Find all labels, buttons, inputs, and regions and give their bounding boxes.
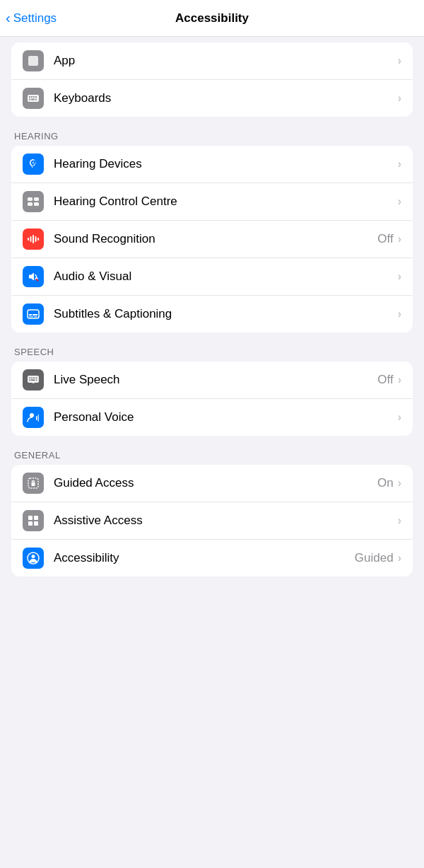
- list-item[interactable]: Sound Recognition Off ›: [11, 221, 413, 258]
- guided-access-value: On: [377, 476, 394, 490]
- chevron-right-icon: ›: [398, 195, 401, 208]
- list-item[interactable]: Assistive Access ›: [11, 502, 413, 540]
- svg-rect-44: [34, 521, 38, 526]
- svg-rect-6: [29, 99, 30, 100]
- svg-rect-29: [31, 378, 33, 379]
- subtitles-captioning-label: Subtitles & Captioning: [54, 307, 398, 321]
- general-section: GENERAL Guided Access On ›: [0, 450, 424, 577]
- hearing-group: Hearing Devices › Hearing Control Centre…: [11, 146, 413, 332]
- speech-group: Live Speech Off › Personal Voice ›: [11, 361, 413, 436]
- svg-rect-38: [38, 415, 40, 422]
- svg-rect-32: [36, 378, 37, 379]
- personal-voice-icon: [23, 407, 44, 428]
- svg-rect-31: [35, 378, 36, 379]
- live-speech-value: Off: [377, 373, 393, 387]
- svg-rect-35: [36, 380, 37, 381]
- svg-rect-18: [37, 238, 39, 241]
- svg-rect-4: [33, 96, 35, 98]
- chevron-right-icon: ›: [398, 308, 401, 320]
- svg-rect-27: [28, 376, 39, 383]
- list-item[interactable]: Accessibility Guided ›: [11, 540, 413, 577]
- svg-rect-17: [35, 236, 37, 242]
- svg-point-36: [30, 413, 34, 417]
- svg-rect-2: [29, 96, 30, 98]
- accessibility-shortcut-value: Guided: [355, 551, 394, 565]
- assistive-access-icon: [23, 510, 44, 531]
- keyboard-svg: [26, 91, 40, 105]
- svg-rect-43: [28, 521, 33, 526]
- back-label: Settings: [13, 11, 57, 25]
- list-item[interactable]: Guided Access On ›: [11, 465, 413, 502]
- list-item[interactable]: Hearing Devices ›: [11, 146, 413, 183]
- svg-rect-28: [29, 378, 30, 379]
- live-speech-label: Live Speech: [54, 373, 377, 387]
- svg-rect-5: [35, 96, 37, 98]
- svg-rect-3: [31, 96, 33, 98]
- svg-rect-33: [29, 380, 30, 381]
- list-item[interactable]: Personal Voice ›: [11, 399, 413, 436]
- back-chevron-icon: ‹: [6, 10, 11, 26]
- person-waveform-svg: [26, 410, 40, 424]
- assistive-access-label: Assistive Access: [54, 514, 398, 528]
- svg-rect-14: [28, 238, 29, 241]
- chevron-right-icon: ›: [398, 411, 401, 424]
- sound-recognition-value: Off: [377, 232, 393, 246]
- speech-section: SPEECH Live Speech Off ›: [0, 347, 424, 436]
- hearing-devices-icon: [23, 154, 44, 175]
- waveform-svg: [26, 232, 40, 246]
- accessibility-shortcut-icon: [23, 548, 44, 569]
- lock-square-svg: [26, 476, 40, 490]
- svg-rect-1: [28, 95, 39, 102]
- chevron-right-icon: ›: [398, 270, 401, 283]
- svg-rect-16: [33, 235, 34, 243]
- navigation-header: ‹ Settings Accessibility: [0, 0, 424, 37]
- list-item[interactable]: Hearing Control Centre ›: [11, 183, 413, 221]
- general-section-label: GENERAL: [0, 450, 424, 465]
- svg-rect-41: [28, 516, 33, 520]
- keyboards-icon: [23, 88, 44, 109]
- speech-section-label: SPEECH: [0, 347, 424, 361]
- svg-rect-37: [36, 416, 37, 420]
- list-item[interactable]: Audio & Visual ›: [11, 258, 413, 296]
- svg-rect-34: [31, 380, 35, 381]
- chevron-right-icon: ›: [398, 514, 401, 527]
- list-item[interactable]: App ›: [11, 42, 413, 80]
- toggle-svg: [26, 195, 40, 209]
- accessibility-shortcut-label: Accessibility: [54, 551, 355, 565]
- hearing-control-centre-icon: [23, 191, 44, 212]
- audio-visual-label: Audio & Visual: [54, 270, 398, 284]
- row-label: App: [54, 54, 398, 68]
- hearing-devices-label: Hearing Devices: [54, 157, 398, 171]
- subtitles-captioning-icon: [23, 303, 44, 325]
- sound-recognition-label: Sound Recognition: [54, 232, 377, 246]
- svg-rect-40: [32, 482, 35, 486]
- back-button[interactable]: ‹ Settings: [6, 10, 57, 26]
- chevron-right-icon: ›: [398, 92, 401, 105]
- hearing-section-label: HEARING: [0, 131, 424, 146]
- svg-point-46: [32, 555, 35, 558]
- svg-rect-12: [28, 202, 33, 206]
- svg-rect-24: [33, 314, 37, 316]
- speaker-svg: [26, 270, 40, 284]
- list-item[interactable]: Subtitles & Captioning ›: [11, 296, 413, 332]
- chevron-right-icon: ›: [398, 374, 401, 386]
- list-item[interactable]: Keyboards ›: [11, 80, 413, 117]
- live-speech-icon: [23, 369, 44, 390]
- svg-rect-10: [28, 197, 33, 201]
- keyboards-label: Keyboards: [54, 91, 398, 105]
- top-partial-section: App › Keyboards ›: [11, 42, 413, 117]
- chevron-right-icon: ›: [398, 54, 401, 67]
- chevron-right-icon: ›: [398, 233, 401, 245]
- chevron-right-icon: ›: [398, 477, 401, 490]
- svg-rect-15: [30, 236, 32, 242]
- svg-rect-7: [31, 99, 35, 100]
- keyboard-mic-svg: [26, 373, 40, 387]
- ear-svg: [26, 157, 40, 171]
- personal-voice-label: Personal Voice: [54, 410, 398, 424]
- hearing-section: HEARING Hearing Devices ›: [0, 131, 424, 332]
- list-item[interactable]: Live Speech Off ›: [11, 361, 413, 399]
- svg-rect-25: [29, 316, 33, 318]
- hearing-control-centre-label: Hearing Control Centre: [54, 195, 398, 209]
- svg-rect-30: [33, 378, 34, 379]
- svg-rect-23: [29, 314, 32, 316]
